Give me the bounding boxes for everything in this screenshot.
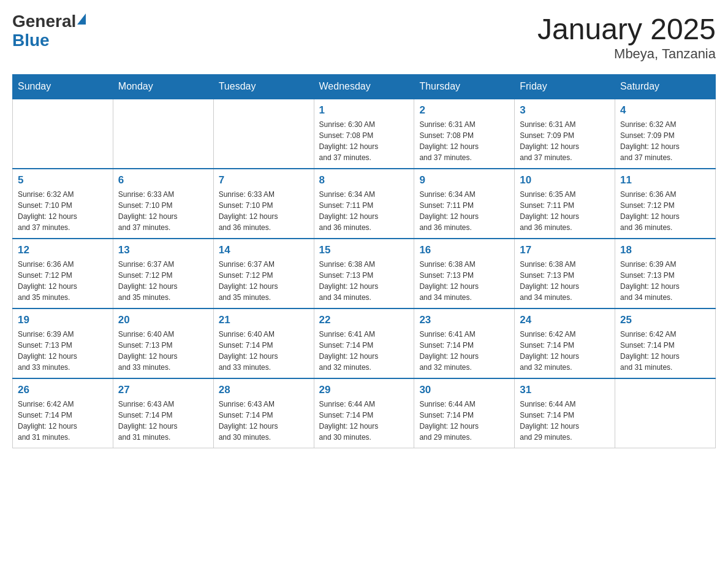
day-info: Sunrise: 6:36 AM Sunset: 7:12 PM Dayligh… xyxy=(18,259,108,303)
day-number: 31 xyxy=(520,384,610,396)
day-header-thursday: Thursday xyxy=(414,75,515,99)
calendar-week-4: 19Sunrise: 6:39 AM Sunset: 7:13 PM Dayli… xyxy=(13,308,716,378)
day-number: 9 xyxy=(419,174,509,186)
day-number: 29 xyxy=(319,384,409,396)
calendar-cell xyxy=(13,99,113,169)
day-number: 26 xyxy=(18,384,108,396)
day-number: 6 xyxy=(118,174,208,186)
day-info: Sunrise: 6:40 AM Sunset: 7:14 PM Dayligh… xyxy=(219,329,309,373)
calendar-cell: 6Sunrise: 6:33 AM Sunset: 7:10 PM Daylig… xyxy=(113,169,213,239)
day-info: Sunrise: 6:42 AM Sunset: 7:14 PM Dayligh… xyxy=(520,329,610,373)
day-header-wednesday: Wednesday xyxy=(314,75,414,99)
logo-triangle-icon xyxy=(77,13,86,25)
day-info: Sunrise: 6:38 AM Sunset: 7:13 PM Dayligh… xyxy=(319,259,409,303)
calendar-cell: 12Sunrise: 6:36 AM Sunset: 7:12 PM Dayli… xyxy=(13,239,113,308)
calendar-cell: 15Sunrise: 6:38 AM Sunset: 7:13 PM Dayli… xyxy=(314,239,414,308)
day-info: Sunrise: 6:41 AM Sunset: 7:14 PM Dayligh… xyxy=(319,329,409,373)
day-info: Sunrise: 6:33 AM Sunset: 7:10 PM Dayligh… xyxy=(219,189,309,233)
calendar-cell: 8Sunrise: 6:34 AM Sunset: 7:11 PM Daylig… xyxy=(314,169,414,239)
day-header-tuesday: Tuesday xyxy=(213,75,314,99)
day-number: 28 xyxy=(219,384,309,396)
day-number: 24 xyxy=(520,314,610,326)
day-number: 15 xyxy=(319,244,409,256)
day-info: Sunrise: 6:36 AM Sunset: 7:12 PM Dayligh… xyxy=(620,189,710,233)
logo-general: General xyxy=(12,12,76,31)
calendar-cell: 25Sunrise: 6:42 AM Sunset: 7:14 PM Dayli… xyxy=(615,308,716,378)
day-number: 13 xyxy=(118,244,208,256)
calendar-cell: 20Sunrise: 6:40 AM Sunset: 7:13 PM Dayli… xyxy=(113,308,213,378)
day-number: 10 xyxy=(520,174,610,186)
day-info: Sunrise: 6:33 AM Sunset: 7:10 PM Dayligh… xyxy=(118,189,208,233)
calendar-cell: 31Sunrise: 6:44 AM Sunset: 7:14 PM Dayli… xyxy=(515,378,615,448)
calendar-body: 1Sunrise: 6:30 AM Sunset: 7:08 PM Daylig… xyxy=(13,99,716,448)
calendar-cell xyxy=(615,378,716,448)
calendar-cell: 27Sunrise: 6:43 AM Sunset: 7:14 PM Dayli… xyxy=(113,378,213,448)
calendar-subtitle: Mbeya, Tanzania xyxy=(537,46,716,62)
page-header: General Blue January 2025 Mbeya, Tanzani… xyxy=(12,12,716,62)
day-info: Sunrise: 6:37 AM Sunset: 7:12 PM Dayligh… xyxy=(219,259,309,303)
calendar-cell: 9Sunrise: 6:34 AM Sunset: 7:11 PM Daylig… xyxy=(414,169,515,239)
day-info: Sunrise: 6:44 AM Sunset: 7:14 PM Dayligh… xyxy=(319,399,409,443)
calendar-cell: 30Sunrise: 6:44 AM Sunset: 7:14 PM Dayli… xyxy=(414,378,515,448)
calendar-cell: 22Sunrise: 6:41 AM Sunset: 7:14 PM Dayli… xyxy=(314,308,414,378)
day-info: Sunrise: 6:42 AM Sunset: 7:14 PM Dayligh… xyxy=(18,399,108,443)
day-info: Sunrise: 6:39 AM Sunset: 7:13 PM Dayligh… xyxy=(18,329,108,373)
title-section: January 2025 Mbeya, Tanzania xyxy=(537,12,716,62)
day-header-sunday: Sunday xyxy=(13,75,113,99)
day-info: Sunrise: 6:37 AM Sunset: 7:12 PM Dayligh… xyxy=(118,259,208,303)
logo: General Blue xyxy=(12,12,86,50)
calendar-cell xyxy=(113,99,213,169)
days-header-row: SundayMondayTuesdayWednesdayThursdayFrid… xyxy=(13,75,716,99)
calendar-week-5: 26Sunrise: 6:42 AM Sunset: 7:14 PM Dayli… xyxy=(13,378,716,448)
day-info: Sunrise: 6:40 AM Sunset: 7:13 PM Dayligh… xyxy=(118,329,208,373)
calendar-table: SundayMondayTuesdayWednesdayThursdayFrid… xyxy=(12,74,716,448)
calendar-cell xyxy=(213,99,314,169)
calendar-cell: 14Sunrise: 6:37 AM Sunset: 7:12 PM Dayli… xyxy=(213,239,314,308)
day-info: Sunrise: 6:31 AM Sunset: 7:09 PM Dayligh… xyxy=(520,119,610,163)
calendar-week-1: 1Sunrise: 6:30 AM Sunset: 7:08 PM Daylig… xyxy=(13,99,716,169)
calendar-cell: 16Sunrise: 6:38 AM Sunset: 7:13 PM Dayli… xyxy=(414,239,515,308)
day-info: Sunrise: 6:38 AM Sunset: 7:13 PM Dayligh… xyxy=(419,259,509,303)
day-info: Sunrise: 6:42 AM Sunset: 7:14 PM Dayligh… xyxy=(620,329,710,373)
calendar-cell: 1Sunrise: 6:30 AM Sunset: 7:08 PM Daylig… xyxy=(314,99,414,169)
day-number: 27 xyxy=(118,384,208,396)
day-number: 12 xyxy=(18,244,108,256)
day-number: 20 xyxy=(118,314,208,326)
logo-blue: Blue xyxy=(12,31,50,50)
day-number: 1 xyxy=(319,104,409,117)
calendar-cell: 24Sunrise: 6:42 AM Sunset: 7:14 PM Dayli… xyxy=(515,308,615,378)
day-info: Sunrise: 6:43 AM Sunset: 7:14 PM Dayligh… xyxy=(219,399,309,443)
day-info: Sunrise: 6:44 AM Sunset: 7:14 PM Dayligh… xyxy=(520,399,610,443)
day-number: 18 xyxy=(620,244,710,256)
calendar-cell: 4Sunrise: 6:32 AM Sunset: 7:09 PM Daylig… xyxy=(615,99,716,169)
day-number: 30 xyxy=(419,384,509,396)
day-number: 4 xyxy=(620,104,710,117)
day-info: Sunrise: 6:43 AM Sunset: 7:14 PM Dayligh… xyxy=(118,399,208,443)
day-info: Sunrise: 6:41 AM Sunset: 7:14 PM Dayligh… xyxy=(419,329,509,373)
calendar-cell: 2Sunrise: 6:31 AM Sunset: 7:08 PM Daylig… xyxy=(414,99,515,169)
day-info: Sunrise: 6:35 AM Sunset: 7:11 PM Dayligh… xyxy=(520,189,610,233)
calendar-cell: 23Sunrise: 6:41 AM Sunset: 7:14 PM Dayli… xyxy=(414,308,515,378)
day-header-monday: Monday xyxy=(113,75,213,99)
day-header-saturday: Saturday xyxy=(615,75,716,99)
calendar-cell: 5Sunrise: 6:32 AM Sunset: 7:10 PM Daylig… xyxy=(13,169,113,239)
day-number: 22 xyxy=(319,314,409,326)
calendar-cell: 19Sunrise: 6:39 AM Sunset: 7:13 PM Dayli… xyxy=(13,308,113,378)
day-info: Sunrise: 6:39 AM Sunset: 7:13 PM Dayligh… xyxy=(620,259,710,303)
day-info: Sunrise: 6:38 AM Sunset: 7:13 PM Dayligh… xyxy=(520,259,610,303)
day-number: 19 xyxy=(18,314,108,326)
calendar-week-3: 12Sunrise: 6:36 AM Sunset: 7:12 PM Dayli… xyxy=(13,239,716,308)
calendar-week-2: 5Sunrise: 6:32 AM Sunset: 7:10 PM Daylig… xyxy=(13,169,716,239)
calendar-cell: 13Sunrise: 6:37 AM Sunset: 7:12 PM Dayli… xyxy=(113,239,213,308)
calendar-cell: 7Sunrise: 6:33 AM Sunset: 7:10 PM Daylig… xyxy=(213,169,314,239)
day-number: 2 xyxy=(419,104,509,117)
calendar-cell: 18Sunrise: 6:39 AM Sunset: 7:13 PM Dayli… xyxy=(615,239,716,308)
day-info: Sunrise: 6:32 AM Sunset: 7:10 PM Dayligh… xyxy=(18,189,108,233)
day-info: Sunrise: 6:30 AM Sunset: 7:08 PM Dayligh… xyxy=(319,119,409,163)
day-number: 23 xyxy=(419,314,509,326)
day-info: Sunrise: 6:44 AM Sunset: 7:14 PM Dayligh… xyxy=(419,399,509,443)
calendar-cell: 21Sunrise: 6:40 AM Sunset: 7:14 PM Dayli… xyxy=(213,308,314,378)
calendar-cell: 17Sunrise: 6:38 AM Sunset: 7:13 PM Dayli… xyxy=(515,239,615,308)
day-header-friday: Friday xyxy=(515,75,615,99)
day-info: Sunrise: 6:31 AM Sunset: 7:08 PM Dayligh… xyxy=(419,119,509,163)
